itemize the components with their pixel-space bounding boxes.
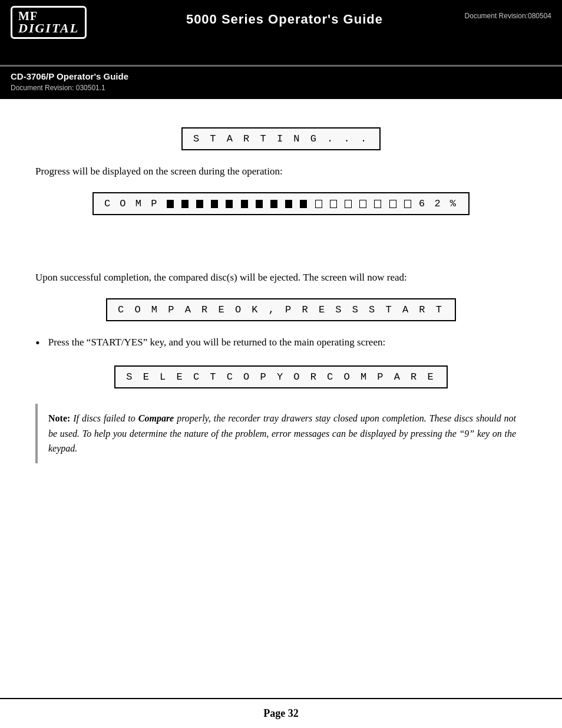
block-5 <box>226 200 233 208</box>
block-1 <box>167 200 174 208</box>
block-6 <box>241 200 248 208</box>
logo-mf: MF <box>18 10 79 22</box>
block-9 <box>285 200 292 208</box>
note-bold-compare: Compare <box>138 413 174 423</box>
select-copy-lcd: S E L E C T C O P Y O R C O M P A R E <box>114 365 447 388</box>
progress-label: Progress will be displayed on the screen… <box>35 163 527 179</box>
starting-lcd-container: S T A R T I N G . . . <box>35 123 527 155</box>
note-text: Note: If discs failed to Compare properl… <box>48 411 516 456</box>
bullet-dot: • <box>35 334 40 353</box>
compare-ok-lcd-container: C O M P A R E O K , P R E S S S T A R T <box>35 294 527 326</box>
block-10 <box>300 200 307 208</box>
header-center: 5000 Series Operator's Guide <box>104 6 464 27</box>
logo-box: MF DIGITAL <box>11 6 87 39</box>
subheader-revision: Document Revision: 030501.1 <box>11 84 551 92</box>
empty-4 <box>359 200 366 208</box>
note-intro: If discs failed to <box>73 413 138 423</box>
note-label: Note: <box>48 413 70 423</box>
progress-percent: 6 2 % <box>419 198 458 209</box>
progress-lcd-container: C O M P <box>35 187 527 220</box>
header-title: 5000 Series Operator's Guide <box>186 12 383 27</box>
bullet-item-1: • Press the “START/YES” key, and you wil… <box>35 334 527 353</box>
bullet-text-1: Press the “START/YES” key, and you will … <box>48 334 385 350</box>
progress-display: C O M P <box>104 198 458 209</box>
empty-3 <box>345 200 352 208</box>
logo-area: MF DIGITAL <box>11 6 87 39</box>
block-8 <box>270 200 277 208</box>
filled-blocks <box>167 198 315 209</box>
empty-6 <box>389 200 396 208</box>
note-box: Note: If discs failed to Compare properl… <box>35 404 527 463</box>
main-content: S T A R T I N G . . . Progress will be d… <box>0 99 562 492</box>
page-footer: Page 32 <box>0 698 562 728</box>
empty-2 <box>330 200 337 208</box>
block-7 <box>256 200 263 208</box>
block-4 <box>211 200 218 208</box>
empty-1 <box>315 200 322 208</box>
subheader-title: CD-3706/P Operator's Guide <box>11 71 551 81</box>
compare-ok-lcd: C O M P A R E O K , P R E S S S T A R T <box>106 298 456 321</box>
subheader: CD-3706/P Operator's Guide Document Revi… <box>0 65 562 99</box>
block-3 <box>196 200 203 208</box>
page-header: MF DIGITAL 5000 Series Operator's Guide … <box>0 0 562 65</box>
empty-5 <box>374 200 381 208</box>
page-number: Page 32 <box>35 707 527 720</box>
logo-digital: DIGITAL <box>18 22 79 35</box>
progress-lcd: C O M P <box>92 192 470 215</box>
header-revision: Document Revision:080504 <box>465 6 551 20</box>
comp-label: C O M P <box>104 198 167 209</box>
completion-text: Upon successful completion, the compared… <box>35 269 527 285</box>
empty-blocks <box>315 198 419 209</box>
empty-7 <box>404 200 411 208</box>
block-2 <box>181 200 189 208</box>
select-copy-lcd-container: S E L E C T C O P Y O R C O M P A R E <box>35 361 527 393</box>
starting-lcd: S T A R T I N G . . . <box>181 127 381 150</box>
